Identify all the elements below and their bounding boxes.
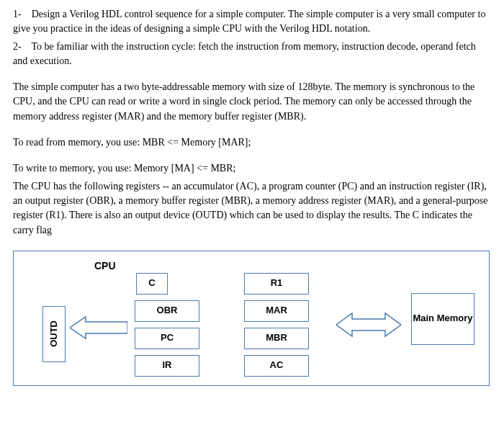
arrow-bidirectional-icon [336, 310, 401, 344]
reg-mar: MAR [244, 300, 309, 322]
main-memory-block: Main Memory [411, 293, 474, 345]
arrow-left-icon [70, 315, 127, 345]
cpu-label: CPU [94, 259, 116, 273]
paragraph-3: The simple computer has a two byte-addre… [13, 80, 491, 124]
register-column-2: R1 MAR MBR AC [244, 273, 309, 377]
paragraph-1: 1- Design a Verilog HDL control sequence… [13, 7, 491, 37]
svg-marker-1 [336, 313, 401, 336]
reg-ir: IR [135, 355, 199, 377]
paragraph-4: To read from memory, you use: MBR <= Mem… [13, 135, 491, 150]
document-text: 1- Design a Verilog HDL control sequence… [13, 7, 491, 238]
paragraph-5: To write to memory, you use: Memory [MA]… [13, 161, 491, 176]
svg-marker-0 [70, 317, 127, 338]
reg-pc: PC [135, 328, 199, 349]
outd-block: OUTD [42, 306, 66, 362]
outd-label: OUTD [48, 320, 61, 347]
reg-r1: R1 [244, 273, 309, 295]
paragraph-2: 2- To be familiar with the instruction c… [13, 40, 491, 69]
paragraph-6: The CPU has the following registers -- a… [13, 179, 491, 238]
reg-mbr: MBR [244, 328, 309, 349]
reg-ac: AC [244, 355, 309, 377]
main-memory-label: Main Memory [413, 313, 472, 325]
register-column-1: C OBR PC IR [135, 273, 199, 377]
reg-obr: OBR [135, 300, 199, 322]
cpu-diagram: CPU OUTD C OBR PC IR R1 MAR MBR AC Main … [13, 251, 490, 386]
reg-c: C [136, 273, 168, 295]
